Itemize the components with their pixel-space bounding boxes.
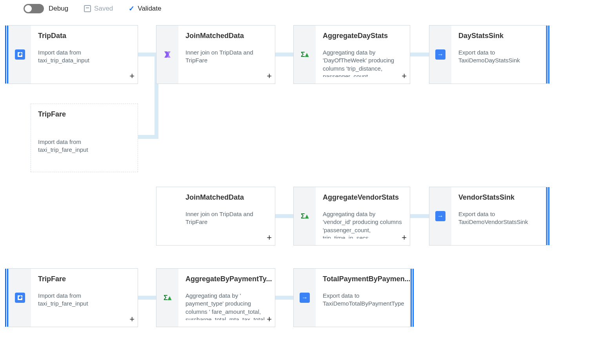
connector: [275, 296, 296, 300]
sink-icon: →: [435, 211, 445, 221]
node-desc: Inner join on TripData and TripFare: [185, 49, 269, 65]
connector: [137, 296, 158, 300]
node-icon-slab: [156, 25, 178, 84]
node-desc: Import data from taxi_trip_fare_input: [38, 292, 132, 308]
source-icon: [15, 49, 25, 60]
debug-toggle[interactable]: Debug: [24, 4, 68, 13]
node-icon-slab: [156, 187, 178, 245]
sink-icon: →: [300, 293, 310, 303]
dataflow-canvas[interactable]: TripData Import data from taxi_trip_data…: [0, 17, 600, 364]
node-icon-slab: Σ▴: [156, 269, 178, 327]
add-button[interactable]: +: [267, 71, 272, 81]
toggle-switch-icon[interactable]: [24, 4, 44, 13]
node-title: AggregateByPaymentTy...: [185, 275, 269, 283]
aggregate-icon: Σ▴: [162, 293, 173, 303]
node-icon-slab: →: [294, 269, 316, 327]
saved-label: Saved: [94, 5, 113, 13]
toolbar: Debug Saved ✓ Validate: [0, 0, 600, 17]
node-vendorstatssink[interactable]: → VendorStatsSink Export data to TaxiDem…: [429, 187, 546, 246]
node-joinmatcheddata-1[interactable]: JoinMatchedData Inner join on TripData a…: [156, 25, 275, 84]
node-title: TotalPaymentByPaymen...: [323, 275, 404, 283]
aggregate-icon: Σ▴: [300, 49, 310, 60]
node-desc: Aggregating data by ' payment_type' prod…: [185, 292, 269, 320]
node-tripfare[interactable]: TripFare Import data from taxi_trip_fare…: [9, 268, 138, 327]
connector: [137, 53, 158, 56]
node-title: VendorStatsSink: [458, 193, 540, 202]
add-button[interactable]: +: [267, 233, 272, 243]
node-aggregatedaystats[interactable]: Σ▴ AggregateDayStats Aggregating data by…: [293, 25, 410, 84]
saved-indicator: Saved: [84, 5, 113, 13]
node-joinmatcheddata-2[interactable]: JoinMatchedData Inner join on TripData a…: [156, 187, 275, 246]
node-totalpaymentbypaymenttype[interactable]: → TotalPaymentByPaymen... Export data to…: [293, 268, 410, 327]
node-icon-slab: →: [429, 25, 451, 84]
add-button[interactable]: +: [402, 233, 407, 243]
node-title: TripData: [38, 32, 132, 40]
connector: [275, 53, 296, 56]
node-title: JoinMatchedData: [185, 193, 269, 202]
node-aggregatebypaymenttype[interactable]: Σ▴ AggregateByPaymentTy... Aggregating d…: [156, 268, 275, 327]
node-icon-slab: Σ▴: [294, 187, 316, 245]
node-icon-slab: [9, 269, 31, 327]
node-title: TripFare: [38, 275, 132, 283]
node-desc: Import data from taxi_trip_data_input: [38, 49, 132, 65]
debug-label: Debug: [49, 5, 68, 13]
node-title: AggregateDayStats: [323, 32, 404, 40]
add-button[interactable]: +: [402, 71, 407, 81]
node-icon-slab: →: [429, 187, 451, 245]
node-tripfare-reference[interactable]: TripFare Import data from taxi_trip_fare…: [31, 104, 138, 172]
node-title: AggregateVendorStats: [323, 193, 404, 202]
node-aggregatevendorstats[interactable]: Σ▴ AggregateVendorStats Aggregating data…: [293, 187, 410, 246]
node-daystatssink[interactable]: → DayStatsSink Export data to TaxiDemoDa…: [429, 25, 546, 84]
node-desc: Export data to TaxiDemoTotalByPaymentTyp…: [323, 292, 404, 308]
aggregate-icon: Σ▴: [300, 211, 310, 221]
node-desc: Inner join on TripData and TripFare: [185, 210, 269, 226]
add-button[interactable]: +: [129, 71, 135, 81]
connector: [275, 214, 296, 218]
connector: [137, 135, 158, 139]
add-button[interactable]: +: [267, 314, 272, 324]
node-tripdata[interactable]: TripData Import data from taxi_trip_data…: [9, 25, 138, 84]
source-icon: [15, 293, 25, 303]
node-title: DayStatsSink: [458, 32, 540, 40]
node-desc: Aggregating data by 'DayOfTheWeek' produ…: [323, 49, 404, 77]
connector: [409, 53, 431, 56]
node-desc: Aggregating data by 'vendor_id' producin…: [323, 210, 404, 238]
save-icon: [84, 5, 91, 12]
validate-button[interactable]: ✓ Validate: [129, 4, 161, 13]
connector: [409, 214, 431, 218]
node-desc: Import data from taxi_trip_fare_input: [38, 138, 132, 154]
node-title: TripFare: [38, 110, 132, 118]
sink-icon: →: [435, 49, 445, 60]
node-icon-slab: [9, 25, 31, 84]
node-icon-slab: Σ▴: [294, 25, 316, 84]
check-icon: ✓: [129, 4, 135, 13]
node-desc: Export data to TaxiDemoDayStatsSink: [458, 49, 540, 65]
join-icon: [162, 49, 173, 60]
node-title: JoinMatchedData: [185, 32, 269, 40]
node-desc: Export data to TaxiDemoVendorStatsSink: [458, 210, 540, 226]
validate-label: Validate: [138, 5, 161, 13]
add-button[interactable]: +: [129, 314, 135, 324]
